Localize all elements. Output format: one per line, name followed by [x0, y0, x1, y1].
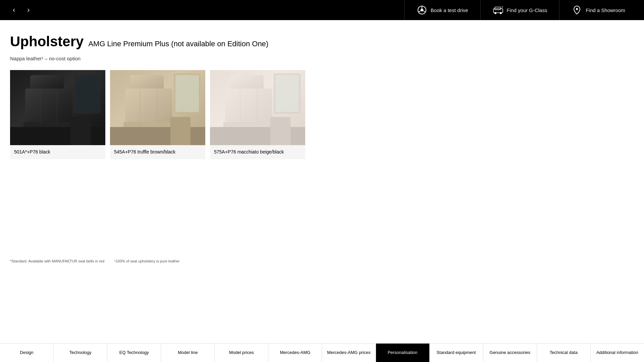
- bottom-nav-personalisation[interactable]: Personalisation: [376, 344, 430, 362]
- location-pin-icon: [572, 5, 582, 15]
- find-showroom-label: Find a Showroom: [586, 7, 625, 13]
- page-title-main: Upholstery: [10, 34, 84, 50]
- bottom-navigation: Design Technology EQ Technology Model li…: [0, 343, 644, 362]
- svg-point-1: [421, 9, 423, 11]
- upholstery-card-macchiato[interactable]: 575A+P76 macchiato beige/black: [210, 70, 305, 159]
- find-showroom-link[interactable]: Find a Showroom: [559, 0, 637, 20]
- prev-arrow[interactable]: ‹: [7, 0, 21, 20]
- bottom-nav-standard-equipment[interactable]: Standard equipment: [430, 344, 483, 362]
- svg-rect-30: [170, 117, 191, 145]
- bottom-nav-mercedes-amg[interactable]: Mercedes-AMG: [268, 344, 322, 362]
- svg-rect-33: [225, 88, 272, 125]
- svg-rect-29: [110, 127, 205, 145]
- find-g-class-label: Find your G-Class: [507, 7, 547, 13]
- svg-rect-23: [125, 88, 172, 125]
- card-label-macchiato: 575A+P76 macchiato beige/black: [210, 145, 305, 159]
- svg-text:?: ?: [501, 6, 503, 9]
- upholstery-card-truffle[interactable]: 545A+P76 truffle brown/black: [110, 70, 205, 159]
- svg-point-7: [494, 12, 496, 14]
- card-code-macchiato: 575A+P76 macchiato beige/black: [214, 149, 284, 155]
- footnotes: *Standard. Available with MANUFAKTUR sea…: [10, 259, 180, 263]
- svg-point-10: [576, 8, 578, 10]
- find-g-class-link[interactable]: ? Find your G-Class: [480, 0, 559, 20]
- page-title-container: Upholstery AMG Line Premium Plus (not av…: [10, 34, 634, 50]
- subtitle: Nappa leather¹ – no-cost option: [10, 56, 634, 61]
- bottom-nav-additional-info[interactable]: Additional information: [591, 344, 644, 362]
- top-navigation: ‹ › Book a test drive ? Find your G-C: [0, 0, 644, 20]
- bottom-nav-technology[interactable]: Technology: [54, 344, 107, 362]
- bottom-nav-model-line[interactable]: Model line: [161, 344, 215, 362]
- nav-arrows: ‹ ›: [7, 0, 36, 20]
- svg-point-8: [500, 12, 502, 14]
- footnote-1: *Standard. Available with MANUFAKTUR sea…: [10, 259, 104, 263]
- svg-rect-39: [210, 127, 305, 145]
- svg-line-3: [418, 11, 421, 12]
- svg-rect-20: [70, 117, 91, 145]
- card-label-black: 501A*+P76 black: [10, 145, 105, 159]
- svg-rect-38: [275, 75, 299, 112]
- card-code-black: 501A*+P76 black: [14, 149, 50, 155]
- bottom-nav-technical-data[interactable]: Technical data: [537, 344, 591, 362]
- svg-rect-6: [495, 7, 501, 10]
- footnote-2: ¹100% of seat upholstery is pure leather: [114, 259, 179, 263]
- svg-rect-28: [175, 75, 199, 112]
- car-icon: ?: [493, 5, 503, 15]
- card-image-truffle: [110, 70, 205, 145]
- upholstery-card-black[interactable]: 501A*+P76 black: [10, 70, 105, 159]
- card-image-black: [10, 70, 105, 145]
- svg-rect-18: [75, 75, 99, 112]
- book-test-drive-link[interactable]: Book a test drive: [404, 0, 480, 20]
- bottom-nav-genuine-accessories[interactable]: Genuine accessories: [483, 344, 537, 362]
- svg-line-4: [423, 11, 425, 12]
- bottom-nav-eq-technology[interactable]: EQ Technology: [107, 344, 161, 362]
- svg-rect-13: [25, 88, 72, 125]
- steering-wheel-icon: [417, 5, 427, 15]
- book-test-drive-label: Book a test drive: [431, 7, 468, 13]
- svg-rect-40: [270, 117, 290, 145]
- card-label-truffle: 545A+P76 truffle brown/black: [110, 145, 205, 159]
- bottom-nav-design[interactable]: Design: [0, 344, 54, 362]
- upholstery-cards: 501A*+P76 black: [10, 70, 634, 159]
- bottom-nav-model-prices[interactable]: Model prices: [215, 344, 268, 362]
- main-content: Upholstery AMG Line Premium Plus (not av…: [0, 20, 644, 166]
- bottom-nav-mercedes-amg-prices[interactable]: Mercedes-AMG prices: [322, 344, 376, 362]
- card-code-truffle: 545A+P76 truffle brown/black: [114, 149, 175, 155]
- page-title-sub: AMG Line Premium Plus (not available on …: [88, 40, 268, 48]
- svg-rect-19: [10, 127, 105, 145]
- next-arrow[interactable]: ›: [21, 0, 36, 20]
- card-image-macchiato: [210, 70, 305, 145]
